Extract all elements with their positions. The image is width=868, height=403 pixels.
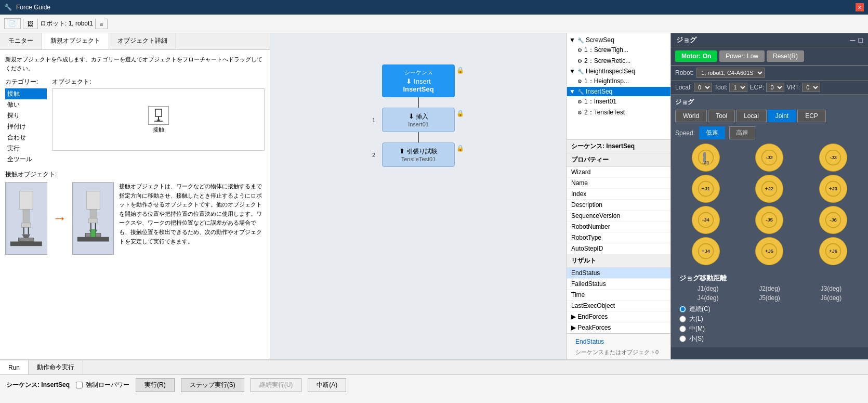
peakforces-expand-icon: ▶ (571, 324, 576, 331)
continue-run-button[interactable]: 継続実行(U) (251, 378, 302, 392)
tree-item-insertseq[interactable]: ▼ 🔧 InsertSeq (567, 87, 670, 96)
prop-robottype[interactable]: RobotType (567, 232, 670, 243)
category-item-4[interactable]: 合わせ (5, 132, 47, 143)
reset-button[interactable]: Reset(R) (767, 50, 804, 62)
sequence-node[interactable]: シーケンス ⬇ Insert InsertSeq (382, 64, 455, 97)
object-icon-contact (148, 106, 169, 125)
prop-time[interactable]: Time (567, 290, 670, 301)
tool-select[interactable]: 1 (729, 83, 747, 92)
motor-on-button[interactable]: Motor: On (675, 50, 717, 62)
prop-wizard[interactable]: Wizard (567, 167, 670, 178)
svg-text:+J6: +J6 (829, 248, 837, 254)
jog-btn-pos-j6[interactable]: +J6 (819, 237, 847, 265)
status-footer: EndStatus シーケンスまたはオブジェクト0 (567, 333, 670, 359)
jog-minimize-button[interactable]: ─ (850, 36, 856, 44)
jog-btn-pos-j1[interactable]: +J1 (692, 175, 720, 203)
step2-container: 2 ⬆ 引張り試験 TensileTest01 🔒 (382, 142, 455, 167)
object-grid-container: オブジェクト: 接触 (52, 77, 265, 165)
prop-endstatus[interactable]: EndStatus (567, 268, 670, 279)
jog-section-title: ジョグ (675, 98, 864, 107)
jog-btn-neg-j6[interactable]: -J6 (819, 206, 847, 234)
tree-item-screwtight[interactable]: ⚙ 1：ScrewTigh... (567, 45, 670, 56)
jog-maximize-button[interactable]: □ (859, 36, 863, 44)
robot-select[interactable]: 1, robot1, C4-A601S (696, 68, 765, 78)
jog-btn-pos-j4[interactable]: +J4 (692, 237, 720, 265)
toolbar-menu[interactable]: ≡ (95, 19, 108, 29)
tab-object-detail[interactable]: オブジェクト詳細 (109, 33, 176, 49)
tree-icon-insertseq: ▼ (569, 88, 575, 95)
close-button[interactable]: ✕ (856, 3, 864, 11)
step-run-button[interactable]: ステップ実行(S) (181, 378, 244, 392)
category-item-2[interactable]: 探り (5, 110, 47, 121)
tab-motion-cmd[interactable]: 動作命令実行 (29, 360, 83, 374)
jog-btn-pos-j3[interactable]: +J3 (819, 175, 847, 203)
jog-btn-neg-j2[interactable]: -J2 (755, 144, 783, 172)
tree-item-heightseq[interactable]: ▼ 🔧 HeightInspectSeq (567, 67, 670, 76)
vrt-select[interactable]: 0 (802, 83, 820, 92)
prop-description[interactable]: Description (567, 200, 670, 211)
prop-index[interactable]: Index (567, 189, 670, 200)
radio-small-input[interactable] (679, 335, 686, 342)
prop-peakforces[interactable]: ▶ PeakForces (567, 322, 670, 333)
results-section-label: リザルト (567, 254, 670, 268)
jog-btn-pos-j2[interactable]: +J2 (755, 175, 783, 203)
high-speed-button[interactable]: 高速 (729, 126, 755, 139)
ecp-select[interactable]: 0 (766, 83, 784, 92)
jog-btn-neg-j5[interactable]: -J5 (755, 206, 783, 234)
tab-ecp[interactable]: ECP (797, 110, 826, 122)
toolbar-icon1[interactable]: 📄 (4, 18, 21, 29)
tab-tool[interactable]: Tool (708, 110, 735, 122)
svg-text:+J5: +J5 (765, 248, 774, 254)
run-button[interactable]: 実行(R) (136, 378, 175, 392)
force-low-checkbox[interactable] (76, 382, 83, 388)
prop-name[interactable]: Name (567, 178, 670, 189)
tab-run[interactable]: Run (0, 360, 29, 374)
seq-label: シーケンス: InsertSeq (6, 381, 70, 389)
radio-continuous-input[interactable] (679, 306, 686, 313)
tree-item-screwseq[interactable]: ▼ 🔧 ScrewSeq (567, 35, 670, 45)
prop-endforces[interactable]: ▶ EndForces (567, 311, 670, 322)
app-icon: 🔧 (4, 4, 12, 11)
radio-large-input[interactable] (679, 316, 686, 322)
radio-small-label: 小(S) (689, 334, 704, 343)
tab-local[interactable]: Local (736, 110, 767, 122)
step1-node[interactable]: 1 ⬇ 挿入 Insert01 (382, 108, 455, 132)
tree-item-insert01[interactable]: ⚙ 1：Insert01 (567, 96, 670, 107)
tree-item-heightinsp[interactable]: ⚙ 1：HeightInsp... (567, 76, 670, 87)
toolbar-icon2[interactable]: 🖼 (23, 19, 38, 29)
status-label: EndStatus (571, 336, 666, 347)
category-item-0[interactable]: 接触 (5, 88, 47, 99)
radio-medium-input[interactable] (679, 326, 686, 332)
svg-rect-3 (154, 121, 163, 122)
tree-label-screwseq: ScrewSeq (586, 36, 614, 44)
prop-seqversion[interactable]: SequenceVersion (567, 211, 670, 222)
tab-new-object[interactable]: 新規オブジェクト (42, 33, 109, 49)
tree-label-screwretic: 2：ScrewRetic... (584, 57, 630, 66)
tab-world[interactable]: World (675, 110, 707, 122)
contact-description: 接触オブジェクトは、ワークなどの物体に接触するまで指定方向に移動させ、接触したと… (119, 182, 265, 255)
tree-item-screwretic[interactable]: ⚙ 2：ScrewRetic... (567, 56, 670, 67)
prop-failedstatus[interactable]: FailedStatus (567, 279, 670, 290)
tab-monitor[interactable]: モニター (0, 33, 42, 49)
tab-joint[interactable]: Joint (768, 110, 796, 122)
prop-robotnumber[interactable]: RobotNumber (567, 222, 670, 232)
jog-btn-pos-j5[interactable]: +J5 (755, 237, 783, 265)
low-speed-button[interactable]: 低速 (699, 126, 725, 139)
prop-lastexecobject[interactable]: LastExecObject (567, 301, 670, 311)
prop-autostepid[interactable]: AutoStepID (567, 243, 670, 254)
category-item-3[interactable]: 押付け (5, 121, 47, 132)
power-low-button[interactable]: Power: Low (719, 50, 765, 62)
jog-btn-neg-j3[interactable]: -J3 (819, 144, 847, 172)
local-select[interactable]: 0 (694, 83, 712, 92)
contact-object-section: 接触オブジェクト: ↓ (5, 170, 265, 255)
step2-node[interactable]: 2 ⬆ 引張り試験 TensileTest01 (382, 142, 455, 167)
category-item-1[interactable]: 倣い (5, 99, 47, 110)
category-item-5[interactable]: 実行 (5, 143, 47, 154)
object-item-contact[interactable]: 接触 (148, 106, 169, 134)
stop-button[interactable]: 中断(A) (308, 378, 346, 392)
jog-btn-neg-j1[interactable]: -J1 (692, 144, 720, 172)
jog-btn-neg-j4[interactable]: -J4 (692, 206, 720, 234)
category-item-6[interactable]: 全ツール (5, 154, 47, 165)
radio-large-label: 大(L) (689, 315, 703, 323)
tree-item-tensile[interactable]: ⚙ 2：TensileTest (567, 107, 670, 118)
